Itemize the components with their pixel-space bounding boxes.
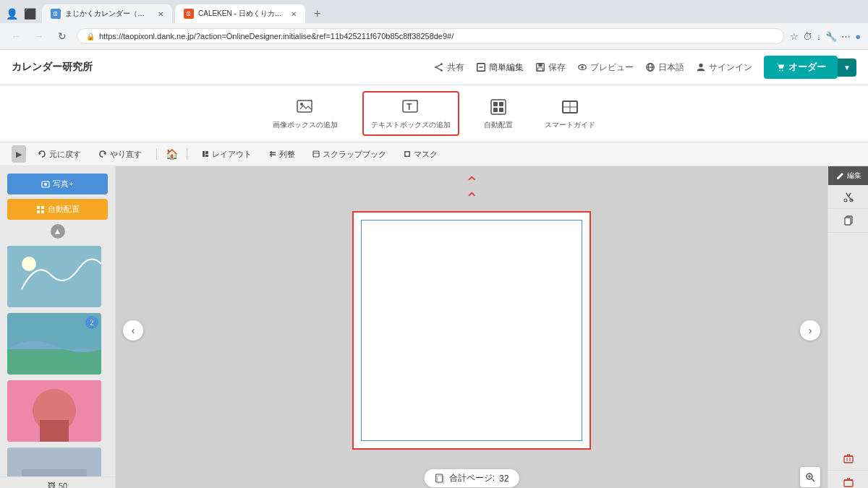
undo-button[interactable]: 元に戻す [32,146,87,163]
save-button[interactable]: 保存 [535,61,566,74]
layout-button[interactable]: レイアウト [196,146,258,163]
thumb4-image [7,448,101,476]
forward-button[interactable]: → [30,27,48,45]
add-text-button[interactable]: T + テキストボックスの追加 [362,91,459,136]
settings-icon[interactable]: ⋯ [841,31,851,42]
history-icon[interactable]: ⏱ [803,31,812,42]
layout-icon [202,150,209,158]
count-number: 50 [59,481,67,488]
undo-label: 元に戻す [49,149,81,160]
star-icon[interactable]: ☆ [790,31,799,42]
svg-rect-27 [493,108,498,112]
auto-place-sidebar-button[interactable]: 自動配置 [7,199,108,220]
logo: カレンダー研究所 [12,61,93,74]
tab2-label: CALEKEN - 日めくりカレンダー… [198,9,284,19]
svg-rect-26 [499,102,503,106]
page-count-label: 合計ページ: [449,472,495,484]
back-button[interactable]: ← [7,27,25,45]
preview-label: プレビュー [590,61,634,74]
cut-button[interactable] [828,185,868,209]
preview-button[interactable]: プレビュー [577,61,634,74]
canvas-page[interactable] [352,211,591,450]
auto-place-toolbar-button[interactable]: 自動配置 [477,93,520,134]
reload-button[interactable]: ↻ [54,27,71,45]
tab-1[interactable]: 🗓 まじかくカレンダー（日めくり） ✕ [42,4,172,23]
share-button[interactable]: 共有 [434,61,464,74]
simple-edit-button[interactable]: 簡単編集 [476,61,524,74]
add-photo-label: 写真+ [53,179,73,189]
tab2-close[interactable]: ✕ [291,10,297,18]
sidebar-count: 🖼 50 [0,476,115,488]
arrange-button[interactable]: 列整 [263,146,301,163]
smart-guide-button[interactable]: スマートガイド [537,93,603,134]
svg-rect-58 [40,420,69,442]
svg-rect-25 [493,102,498,106]
svg-point-53 [22,257,36,271]
scrapbook-button[interactable]: スクラップブック [307,146,392,163]
mask-button[interactable]: マスク [398,146,443,163]
home-icon[interactable]: 🏠 [166,148,178,160]
add-image-button[interactable]: + 画像ボックスの追加 [265,93,345,134]
tab1-close[interactable]: ✕ [158,10,163,18]
svg-point-17 [782,70,783,72]
right-sidebar-edit[interactable]: 編集 [828,166,868,185]
nav-left-arrow[interactable]: ▶ [12,145,26,163]
signin-button[interactable]: サインイン [696,61,752,74]
canvas-nav-left[interactable]: ‹ [123,320,143,341]
profile-icon[interactable]: ● [855,31,861,42]
toolbar: + 画像ボックスの追加 T + テキストボックスの追加 自動配置 スマートガイド [0,85,868,142]
person-icon [696,62,706,72]
redo-button[interactable]: やり直す [93,146,148,163]
arrow-up-2: ⌃ [465,191,478,207]
tab2-favicon: 🗓 [184,9,194,19]
share-label: 共有 [447,61,464,74]
svg-rect-49 [41,206,44,209]
svg-rect-44 [406,153,409,156]
new-tab-button[interactable]: + [308,4,326,23]
user-icon[interactable]: 👤 [6,8,18,20]
share-icon [434,62,444,72]
save-icon [535,62,545,72]
svg-rect-52 [7,246,101,307]
save-label: 保存 [548,61,566,74]
tab-bar: 👤 ⬛ 🗓 まじかくカレンダー（日めくり） ✕ 🗓 CALEKEN - 日めくり… [0,0,868,23]
mask-icon [404,150,411,158]
thumb-nav-up[interactable]: ▲ [51,224,65,239]
page-count-icon [435,474,445,484]
cart-icon [775,62,786,72]
thumbnail-2[interactable]: 2 [7,313,101,374]
download-icon[interactable]: ↓ [817,31,822,42]
edit-sidebar-icon [835,171,844,180]
order-dropdown-button[interactable]: ▼ [838,59,856,77]
address-bar[interactable]: 🔒 https://taopixonl.dank.ne.jp/?action=O… [77,28,784,44]
smart-guide-label: スマートガイド [545,120,595,130]
secondary-divider-1 [156,148,157,160]
extension-icon[interactable]: 🔧 [825,31,837,42]
language-button[interactable]: 日本語 [645,61,684,74]
canvas-nav-right[interactable]: › [800,320,820,341]
main-layout: + 写真+ 自動配置 ▲ ↕ 2 [0,166,868,488]
left-sidebar: + 写真+ 自動配置 ▲ ↕ 2 [0,166,116,488]
add-text-label: テキストボックスの追加 [371,120,451,130]
apps-icon[interactable]: ⬛ [24,8,36,20]
thumbnail-3[interactable] [7,380,101,442]
svg-rect-35 [203,151,205,157]
svg-rect-74 [844,456,853,463]
order-button[interactable]: オーダー [764,56,838,79]
nav-bar: ← → ↻ 🔒 https://taopixonl.dank.ne.jp/?ac… [0,23,868,50]
tab-2[interactable]: 🗓 CALEKEN - 日めくりカレンダー… ✕ [175,4,305,23]
globe-icon [645,62,655,72]
copy-button[interactable] [828,209,868,233]
thumbnail-4[interactable] [7,448,101,476]
thumbnail-1[interactable] [7,246,101,307]
svg-line-67 [812,479,814,481]
browser-chrome: 👤 ⬛ 🗓 まじかくカレンダー（日めくり） ✕ 🗓 CALEKEN - 日めくり… [0,0,868,50]
zoom-button[interactable] [800,467,820,487]
delete-button[interactable] [828,447,868,471]
add-photo-button[interactable]: + 写真+ [7,174,108,194]
delete-button-2[interactable] [828,471,868,488]
svg-point-70 [844,199,847,202]
svg-rect-8 [538,64,542,67]
thumb2-badge: 2 [85,316,98,329]
add-image-label: 画像ボックスの追加 [273,120,338,130]
